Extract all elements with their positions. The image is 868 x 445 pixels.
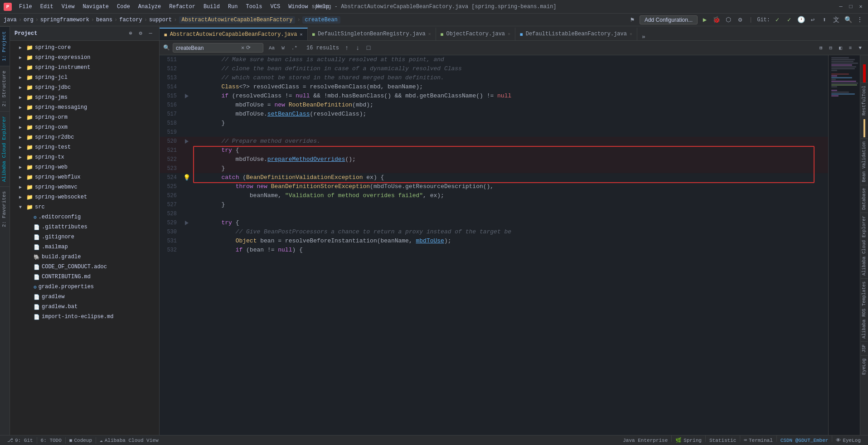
tree-item-spring-jcl[interactable]: ▶📁spring-jcl — [10, 73, 159, 82]
status-eyelog[interactable]: 👁 EyeLog — [832, 435, 864, 445]
search-opt-re[interactable]: .* — [289, 44, 300, 52]
project-tab-structure[interactable]: 2: Structure — [0, 66, 10, 111]
search-opt-match[interactable]: ◧ — [836, 44, 845, 52]
tab-close-0[interactable]: ✕ — [300, 32, 302, 37]
tab-listable-factory[interactable]: ◼ DefaultListableBeanFactory.java ✕ — [515, 28, 637, 40]
panel-alibaba-ros[interactable]: Alibaba ROS Templates — [861, 278, 868, 341]
tree-item-editorconfig[interactable]: ⚙.editorconfig — [10, 212, 159, 222]
tree-item-spring-tx[interactable]: ▶📁spring-tx — [10, 152, 159, 162]
search-opt-col2[interactable]: ⊟ — [827, 44, 835, 52]
tree-item-src[interactable]: ▼📁src — [10, 202, 159, 212]
bc-springframework[interactable]: springframework — [40, 17, 89, 23]
tab-abstract-factory[interactable]: ◼ AbstractAutowireCapableBeanFactory.jav… — [160, 28, 308, 40]
status-spring[interactable]: 🌿 Spring — [672, 435, 705, 445]
bulb-icon-524[interactable]: 💡 — [183, 174, 190, 181]
tree-item-gitignore[interactable]: 📄.gitignore — [10, 232, 159, 242]
sidebar-settings-icon[interactable]: ⚙ — [136, 29, 145, 38]
coverage-button[interactable]: ⬡ — [724, 15, 733, 24]
search-prev-button[interactable]: ↑ — [342, 43, 352, 53]
bc-factory[interactable]: factory — [119, 17, 142, 23]
more-icon[interactable]: ⋮ — [855, 15, 864, 24]
tab-singleton-registry[interactable]: ◼ DefaultSingletonBeanRegistry.java ✕ — [308, 28, 436, 40]
menu-refactor[interactable]: Refactor — [165, 3, 199, 11]
menu-window[interactable]: Window — [285, 3, 311, 11]
panel-restful-tool[interactable]: RestfulTool — [861, 82, 868, 118]
status-git[interactable]: ⎇ 9: Git — [4, 435, 37, 445]
tree-item-contributing[interactable]: 📄CONTRIBUTING.md — [10, 272, 159, 282]
tab-close-3[interactable]: ✕ — [630, 31, 632, 37]
tree-item-spring-r2dbc[interactable]: ▶📁spring-r2dbc — [10, 132, 159, 142]
bc-java[interactable]: java — [4, 17, 17, 23]
git-check-icon[interactable]: ✓ — [773, 15, 782, 24]
menu-edit[interactable]: Edit — [37, 3, 57, 11]
panel-bean-validation[interactable]: Bean Validation — [861, 138, 868, 185]
status-todo[interactable]: 6: TODO — [37, 435, 65, 445]
run-button[interactable]: ▶ — [700, 15, 709, 24]
tree-item-spring-expression[interactable]: ▶📁spring-expression — [10, 53, 159, 63]
tree-item-spring-test[interactable]: ▶📁spring-test — [10, 142, 159, 152]
search-clear-button[interactable]: ✕ — [241, 44, 244, 51]
tree-item-spring-web[interactable]: ▶📁spring-web — [10, 162, 159, 172]
tree-item-spring-messaging[interactable]: ▶📁spring-messaging — [10, 102, 159, 112]
search-opt-col[interactable]: ⊞ — [817, 44, 825, 52]
tree-item-gitattributes[interactable]: 📄.gitattributes — [10, 222, 159, 232]
bc-support[interactable]: support — [149, 17, 172, 23]
close-button[interactable]: ✕ — [857, 3, 864, 10]
bookmark-icon[interactable]: ⚑ — [628, 15, 637, 24]
tree-item-spring-webflux[interactable]: ▶📁spring-webflux — [10, 172, 159, 182]
bc-org[interactable]: org — [24, 17, 34, 23]
status-codeup[interactable]: ◼ Codeup — [66, 435, 96, 445]
project-tab-favorites[interactable]: 2: Favorites — [0, 186, 10, 232]
status-java-enterprise[interactable]: Java Enterprise — [619, 435, 671, 445]
project-tab-alibaba[interactable]: Alibaba Cloud Explorer — [0, 111, 10, 186]
menu-vcs[interactable]: VCS — [267, 3, 284, 11]
search-input[interactable] — [176, 45, 239, 51]
tree-item-mailmap[interactable]: 📄.mailmap — [10, 242, 159, 252]
git-push-icon[interactable]: ⬆ — [820, 15, 829, 24]
search-icon[interactable]: 🔍 — [844, 15, 853, 24]
bc-class[interactable]: AbstractAutowireCapableBeanFactory — [179, 16, 296, 24]
tab-object-factory[interactable]: ◼ ObjectFactory.java ✕ — [436, 28, 515, 40]
code-editor[interactable]: 511 // Make sure bean class is actually … — [160, 55, 828, 435]
search-opt-w[interactable]: W — [279, 44, 287, 52]
menu-file[interactable]: File — [15, 3, 36, 11]
run-config-button[interactable]: Add Configuration... — [640, 15, 698, 24]
tree-item-gradlew[interactable]: 📄gradlew — [10, 292, 159, 302]
tab-close-2[interactable]: ✕ — [508, 31, 510, 37]
status-statistic[interactable]: Statistic — [706, 435, 740, 445]
search-next-button[interactable]: ↓ — [353, 43, 363, 53]
status-user[interactable]: CSDN @GDUT_Ember — [777, 435, 832, 445]
maximize-button[interactable]: □ — [847, 3, 854, 10]
minimize-button[interactable]: ─ — [837, 3, 844, 10]
panel-database[interactable]: Database — [861, 185, 868, 213]
search-opt-filter[interactable]: ▼ — [856, 44, 864, 52]
menu-navigate[interactable]: Navigate — [79, 3, 112, 11]
git-clock-icon[interactable]: 🕐 — [796, 15, 805, 24]
tree-item-build-gradle[interactable]: 🐘build.gradle — [10, 252, 159, 262]
git-check2-icon[interactable]: ✓ — [785, 15, 794, 24]
search-opt-aa[interactable]: Aa — [266, 44, 277, 52]
search-nav-icon[interactable]: ⟳ — [246, 44, 251, 51]
tree-item-code-conduct[interactable]: 📄CODE_OF_CONDUCT.adoc — [10, 262, 159, 272]
tree-item-spring-orm[interactable]: ▶📁spring-orm — [10, 112, 159, 122]
menu-view[interactable]: View — [58, 3, 78, 11]
tree-item-spring-jms[interactable]: ▶📁spring-jms — [10, 92, 159, 102]
tree-item-gradle-props[interactable]: ⚙gradle.properties — [10, 282, 159, 292]
tree-item-spring-core[interactable]: ▶📁spring-core — [10, 43, 159, 53]
menu-tools[interactable]: Tools — [242, 3, 266, 11]
tree-item-spring-oxm[interactable]: ▶📁spring-oxm — [10, 122, 159, 132]
search-expand-button[interactable]: □ — [364, 43, 373, 53]
tree-item-import-eclipse[interactable]: 📄import-into-eclipse.md — [10, 312, 159, 322]
tree-item-gradlew-bat[interactable]: 📄gradlew.bat — [10, 302, 159, 312]
translate-icon[interactable]: 文 — [832, 15, 841, 24]
bc-beans[interactable]: beans — [96, 17, 112, 23]
search-opt-case[interactable]: ≡ — [846, 44, 855, 52]
settings-icon[interactable]: ⚙ — [736, 15, 745, 24]
tree-item-spring-webmvc[interactable]: ▶📁spring-webmvc — [10, 182, 159, 192]
tree-item-spring-websocket[interactable]: ▶📁spring-websocket — [10, 192, 159, 202]
git-undo-icon[interactable]: ↩ — [808, 15, 817, 24]
debug-button[interactable]: 🐞 — [712, 15, 721, 24]
menu-build[interactable]: Build — [200, 3, 223, 11]
tab-close-1[interactable]: ✕ — [428, 31, 431, 37]
tree-item-spring-instrument[interactable]: ▶📁spring-instrument — [10, 63, 159, 73]
